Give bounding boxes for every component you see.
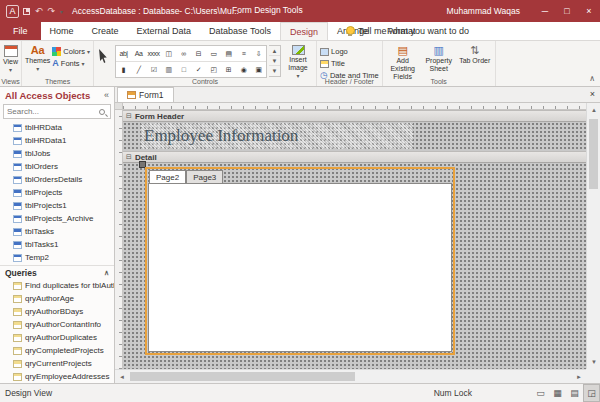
save-icon[interactable] [23,8,30,15]
redo-icon[interactable]: ↷ [48,6,56,16]
sidebar-item-query[interactable]: qryAuthorAge [0,292,114,305]
ribbon-tab[interactable]: External Data [128,22,201,40]
close-button[interactable]: × [578,0,600,22]
sidebar-item-table[interactable]: tblProjects [0,186,114,199]
document-tab-form1[interactable]: Form1 [117,87,174,102]
control-icon[interactable]: xxxx [146,46,161,61]
sidebar-item-query[interactable]: qryAuthorDuplicates [0,331,114,344]
tab-control[interactable]: Page2 Page3 [148,170,452,352]
qat-dropdown-icon[interactable]: ▾ [60,8,63,15]
sidebar-item-table[interactable]: tblHRData [0,121,114,134]
control-icon[interactable]: □ [176,62,191,77]
control-icon[interactable]: ◫ [161,46,176,61]
sidebar-item-query[interactable]: qryCurrentProjects [0,357,114,370]
view-shortcut-button[interactable]: ▤ [566,384,583,402]
queries-section-header[interactable]: Queries ∧ [0,265,114,279]
title-button[interactable]: Title [320,59,379,68]
sidebar-item-query[interactable]: qryEmployeeAddresses [0,370,114,383]
control-icon[interactable]: ☑ [146,62,161,77]
control-icon[interactable]: ◰ [206,62,221,77]
ribbon-tab[interactable]: Database Tools [200,22,280,40]
control-icon[interactable]: ∞ [176,46,191,61]
control-icon[interactable]: ▮ [116,62,131,77]
ribbon-tab[interactable]: Design [280,22,328,40]
ruler-corner[interactable] [115,103,123,110]
tell-me-box[interactable]: Tell me what you want to do [346,22,469,40]
control-icon[interactable]: ab| [116,46,131,61]
form-header-section-bar[interactable]: ⊟ Form Header [123,110,586,122]
control-icon[interactable]: ⊞ [221,62,236,77]
insert-image-button[interactable]: Insert Image ▾ [283,43,313,80]
page-tab[interactable]: Page3 [186,170,223,183]
control-icon[interactable]: ≡ [236,46,251,61]
sidebar-item-query[interactable]: qryCompletedProjects [0,344,114,357]
logo-button[interactable]: Logo [320,47,379,56]
ribbon-tab[interactable]: Home [41,22,83,40]
scroll-up-icon[interactable]: ▲ [587,103,600,117]
colors-button[interactable]: Colors ▾ [52,47,90,56]
collapse-ribbon-icon[interactable]: ∧ [589,74,595,83]
horizontal-scroll-thumb[interactable] [130,372,355,381]
sidebar-item-table[interactable]: tblJobs [0,147,114,160]
sidebar-item-query[interactable]: qryAuthorContantInfo [0,318,114,331]
tools-button[interactable]: ▤ Add Existing Fields [386,43,420,81]
sidebar-item-query[interactable]: qryAuthorBDays [0,305,114,318]
sidebar-item-table[interactable]: tblOrders [0,160,114,173]
sidebar-item-table[interactable]: tblOrdersDetails [0,173,114,186]
control-icon[interactable]: ⊟ [191,46,206,61]
control-icon[interactable]: ▭ [206,46,221,61]
view-shortcut-button[interactable]: ▭ [532,384,549,402]
view-shortcut-button[interactable]: ▦ [549,384,566,402]
fonts-button[interactable]: A Fonts ▾ [52,59,90,68]
control-icon[interactable]: ◉ [236,62,251,77]
minimize-button[interactable]: ─ [534,0,556,22]
themes-button[interactable]: Aa Themes ▾ [25,43,50,73]
page-tab[interactable]: Page2 [149,170,186,183]
control-icon[interactable]: ⇩ [251,46,266,61]
detail-grid[interactable]: Page2 Page3 [123,163,586,369]
signed-in-user[interactable]: Muhammad Waqas [447,6,520,16]
ribbon-tab[interactable]: Create [83,22,128,40]
tools-button[interactable]: ⇅ Tab Order [458,43,492,65]
move-handle[interactable] [139,161,146,168]
close-document-icon[interactable]: × [590,89,595,99]
form-header-grid[interactable]: Employee Information [123,122,586,151]
sidebar-item-table[interactable]: tblTasks [0,225,114,238]
sidebar-item-table[interactable]: tblProjects_Archive [0,212,114,225]
gallery-down-icon[interactable]: ▼ [269,56,280,66]
scroll-right-icon[interactable]: ► [572,370,586,384]
control-icon[interactable]: ▤ [221,46,236,61]
detail-section-bar[interactable]: ⊟ Detail [123,151,586,163]
search-input[interactable] [4,107,99,116]
scroll-left-icon[interactable]: ◄ [115,370,129,384]
control-icon[interactable]: ▣ [251,62,266,77]
tools-button[interactable]: ▥ Property Sheet [422,43,456,73]
gallery-up-icon[interactable]: ▲ [269,46,280,56]
maximize-button[interactable]: □ [556,0,578,22]
sidebar-item-table[interactable]: tblHRData1 [0,134,114,147]
control-icon[interactable]: Aa [131,46,146,61]
scroll-down-icon[interactable]: ▼ [587,355,600,369]
vertical-scroll-thumb[interactable] [589,119,598,189]
sidebar-item-table[interactable]: tblProjects1 [0,199,114,212]
undo-icon[interactable]: ↶ [35,6,43,16]
tab-control-page-body[interactable] [148,183,452,352]
horizontal-scrollbar[interactable]: ◄ ► [115,369,586,383]
shutter-bar-close-icon[interactable]: « [104,90,109,100]
sidebar-item-query[interactable]: Find duplicates for tblAuthors [0,279,114,292]
view-shortcut-button[interactable]: ◲ [583,384,600,402]
sidebar-item-table[interactable]: tblTasks1 [0,238,114,251]
search-icon[interactable] [99,109,105,115]
control-icon[interactable]: ╱ [131,62,146,77]
horizontal-ruler[interactable] [123,103,586,110]
control-icon[interactable]: ▥ [161,62,176,77]
view-button[interactable]: View ▾ [3,43,18,74]
vertical-scrollbar[interactable]: ▲ ▼ [586,103,600,369]
gallery-more-icon[interactable]: ▼ [269,66,280,76]
select-pointer-icon[interactable] [99,49,110,63]
form-title-label[interactable]: Employee Information [141,123,413,149]
vertical-ruler[interactable] [115,110,123,369]
ribbon-tab[interactable]: File [0,22,41,40]
control-icon[interactable]: ✓ [191,62,206,77]
sidebar-item-table[interactable]: Temp2 [0,251,114,264]
